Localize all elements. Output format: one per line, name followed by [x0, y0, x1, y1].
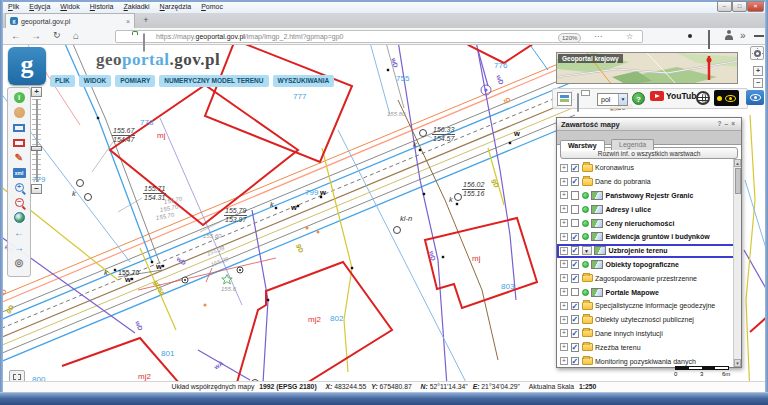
layer-row-specjalistyczne-informacje-geodezyjne[interactable]: +✓Specjalistyczne informacje geodezyjne: [557, 299, 741, 313]
layer-checkbox[interactable]: ✓: [571, 177, 580, 186]
layer-row-ceny-nieruchomo-ci[interactable]: +Ceny nieruchomości: [557, 216, 741, 230]
gp-menu-numeryczny-model-terenu[interactable]: NUMERYCZNY MODEL TERENU: [159, 75, 268, 87]
layer-checkbox[interactable]: ✓: [571, 233, 580, 242]
panel-scrollbar[interactable]: ▲ ▼: [733, 159, 741, 367]
forward-button[interactable]: →: [31, 30, 41, 41]
print-button[interactable]: [577, 94, 579, 112]
layer-checkbox[interactable]: ✓: [571, 343, 580, 352]
bookmark-star-icon[interactable]: ☆: [626, 32, 633, 41]
layer-checkbox[interactable]: [571, 205, 580, 214]
expand-icon[interactable]: +: [560, 164, 568, 172]
layer-checkbox[interactable]: [571, 191, 580, 200]
menu-historia[interactable]: Historia: [90, 3, 114, 10]
layer-checkbox[interactable]: ✓: [571, 357, 580, 366]
previous-view-button[interactable]: ←: [9, 225, 29, 240]
geoportal-logo[interactable]: g: [8, 47, 46, 85]
layer-row-uzbrojenie-terenu[interactable]: +✓▼Uzbrojenie terenu: [557, 244, 741, 258]
full-extent-globe-button[interactable]: [9, 210, 29, 225]
globe-icon[interactable]: [696, 91, 710, 105]
zoom-in-box-button[interactable]: +: [9, 180, 29, 195]
expand-icon[interactable]: +: [560, 178, 568, 186]
layer-checkbox[interactable]: [571, 219, 580, 228]
select-area-red-button[interactable]: [9, 135, 29, 150]
home-button[interactable]: ⌂: [73, 30, 79, 41]
maximize-button[interactable]: □: [732, 1, 747, 12]
gp-menu-wyszukiwania[interactable]: WYSZUKIWANIA: [273, 75, 335, 87]
expand-icon[interactable]: +: [560, 219, 568, 227]
layer-row-koronawirus[interactable]: +✓Koronawirus: [557, 161, 741, 175]
expand-icon[interactable]: +: [560, 191, 568, 199]
expand-icon[interactable]: +: [560, 288, 568, 296]
layer-row-obiekty-u-yteczno-ci-publicznej[interactable]: +✓Obiekty użyteczności publicznej: [557, 313, 741, 327]
layer-row-pa-stwowy-rejestr-granic[interactable]: +Państwowy Rejestr Granic: [557, 189, 741, 203]
scroll-down-icon[interactable]: ▼: [734, 359, 741, 367]
zoom-slider-track[interactable]: [36, 99, 38, 182]
tab-close-icon[interactable]: ×: [126, 18, 130, 25]
zoom-slider-minus-button[interactable]: −: [31, 184, 42, 194]
layer-row-portale-mapowe[interactable]: +Portale Mapowe: [557, 285, 741, 299]
browser-tab[interactable]: g geoportal.gov.pl ×: [5, 13, 135, 28]
minimize-button[interactable]: –: [717, 1, 732, 12]
youtube-button[interactable]: YouTube: [650, 91, 701, 101]
zoom-slider-handle[interactable]: [31, 146, 42, 151]
overflow-chevron-icon[interactable]: »: [740, 30, 746, 41]
url-bar[interactable]: https://mapy.geoportal.gov.pl/imap/Imgp_…: [115, 30, 643, 43]
expand-icon[interactable]: +: [560, 329, 568, 337]
draw-sketch-button[interactable]: ✎: [9, 150, 29, 165]
gp-menu-pomiary[interactable]: POMIARY: [115, 75, 155, 87]
layer-row-ewidencja-grunt-w-i-budynk-w[interactable]: +✓Ewidencja gruntów i budynków: [557, 230, 741, 244]
select-area-blue-button[interactable]: [9, 120, 29, 135]
layer-checkbox[interactable]: ✓: [571, 315, 580, 324]
tab-warstwy[interactable]: Warstwy: [560, 140, 605, 151]
expand-icon[interactable]: +: [560, 343, 568, 351]
sidebar-icon[interactable]: [708, 31, 710, 49]
help-button[interactable]: ?: [632, 92, 645, 105]
scrollbar-thumb[interactable]: [735, 168, 741, 194]
menu-narz-dzia[interactable]: Narzędzia: [160, 3, 192, 10]
legend-button[interactable]: [557, 92, 572, 106]
close-button[interactable]: ×: [747, 1, 764, 12]
layer-row-dane-do-pobrania[interactable]: +✓Dane do pobrania: [557, 175, 741, 189]
high-contrast-button[interactable]: [714, 90, 739, 106]
expand-icon[interactable]: +: [560, 233, 568, 241]
panel-close-button[interactable]: ×: [731, 120, 738, 127]
expand-icon[interactable]: +: [560, 205, 568, 213]
settings-button[interactable]: [750, 46, 764, 60]
zoom-slider-plus-button[interactable]: +: [31, 87, 42, 97]
gp-menu-widok[interactable]: WIDOK: [79, 75, 111, 87]
page-zoom-indicator[interactable]: 120%: [558, 33, 581, 43]
expand-icon[interactable]: +: [560, 274, 568, 282]
zoom-out-box-button[interactable]: −: [9, 195, 29, 210]
menu-pomoc[interactable]: Pomoc: [201, 3, 223, 10]
layer-checkbox[interactable]: ✓: [571, 302, 580, 311]
menu-plik[interactable]: Plik: [8, 3, 19, 10]
layer-row-dane-innych-instytucji[interactable]: +✓Dane innych instytucji: [557, 327, 741, 341]
xml-export-button[interactable]: xml: [9, 165, 29, 180]
expand-icon[interactable]: +: [560, 357, 568, 365]
panel-header[interactable]: Zawartość mapy ?–×: [557, 118, 741, 131]
expand-icon[interactable]: +: [560, 247, 568, 255]
expand-icon[interactable]: +: [560, 302, 568, 310]
menu-widok[interactable]: Widok: [60, 3, 79, 10]
mini-zoom-in-button[interactable]: +: [753, 66, 763, 76]
layer-row-zagospodarowanie-przestrzenne[interactable]: +✓Zagospodarowanie przestrzenne: [557, 271, 741, 285]
layer-row-obiekty-topograficzne[interactable]: +✓Obiekty topograficzne: [557, 258, 741, 272]
scroll-up-icon[interactable]: ▲: [734, 159, 741, 167]
layer-checkbox[interactable]: ✓: [571, 329, 580, 338]
gp-menu-plik[interactable]: PLIK: [50, 75, 75, 87]
menu-zak-adki[interactable]: Zakładki: [124, 3, 150, 10]
layer-checkbox[interactable]: [571, 288, 580, 297]
identify-button[interactable]: [9, 105, 29, 120]
expand-icon[interactable]: +: [560, 260, 568, 268]
back-button[interactable]: ←: [11, 30, 21, 41]
new-tab-button[interactable]: +: [139, 15, 153, 27]
layer-checkbox[interactable]: ✓: [571, 274, 580, 283]
layer-checkbox[interactable]: ✓: [571, 246, 580, 255]
default-extent-button[interactable]: ◎: [9, 255, 29, 270]
next-view-button[interactable]: →: [9, 240, 29, 255]
page-actions-icon[interactable]: ⋯: [594, 32, 602, 41]
menu-edycja[interactable]: Edycja: [29, 3, 50, 10]
accessibility-eye-button[interactable]: [746, 90, 764, 105]
language-dropdown[interactable]: pol ▼: [597, 93, 628, 106]
layer-checkbox[interactable]: ✓: [571, 260, 580, 269]
